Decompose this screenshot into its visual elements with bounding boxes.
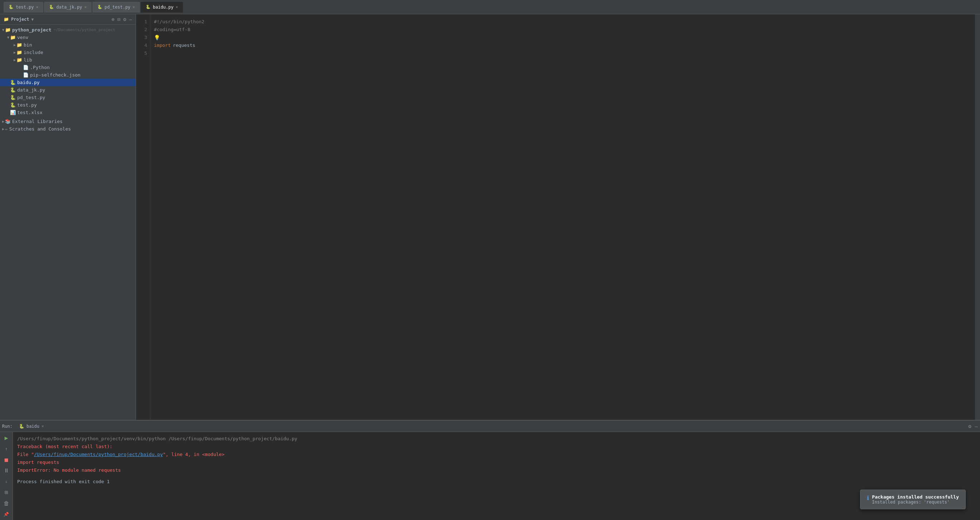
file-link[interactable]: /Users/finup/Documents/python_project/ba… [34,452,163,457]
tree-item-python-project[interactable]: ▼ 📁 python_project ~/Documents/python_pr… [0,26,136,33]
line-num-5: 5 [140,49,147,57]
code-line-4: import requests [154,41,971,49]
minimize-icon[interactable]: — [129,16,132,22]
arrow-bin: ▶ [14,43,16,47]
tab-data-jk-py[interactable]: 🐍 data_jk.py ✕ [44,2,92,13]
sidebar: 📁 Project ▼ ⊕ ⊟ ⚙ — ▼ 📁 python_project ~… [0,14,136,420]
tab-run-baidu[interactable]: 🐍 baidu ✕ [15,422,48,430]
bottom-right-toolbar: ⚙ — [968,423,978,429]
tree-item-dot-python[interactable]: 📄 .Python [0,63,136,71]
step-button[interactable]: ⇓ [2,478,11,485]
title-bar: 🐍 test.py ✕ 🐍 data_jk.py ✕ 🐍 pd_test.py … [0,0,980,14]
settings-run-icon[interactable]: ⚙ [968,423,971,429]
run-sidebar: ▶ ↑ ■ ⏸ ⇓ ⊞ 🗑 📌 [0,432,13,520]
tree-item-pip-selfcheck[interactable]: 📄 pip-selfcheck.json [0,71,136,79]
editor-area: 1 2 3 4 5 #!/usr/bin/python2 #coding=utf… [136,14,980,420]
code-line-1: #!/usr/bin/python2 [154,18,971,26]
pin-button[interactable]: 📌 [2,511,11,518]
bottom-tabs: Run: 🐍 baidu ✕ ⚙ — [0,420,980,432]
sidebar-header: 📁 Project ▼ ⊕ ⊟ ⚙ — [0,14,136,25]
tree-item-lib[interactable]: ▶ 📁 lib [0,56,136,63]
tree-item-baidu-py[interactable]: 🐍 baidu.py [0,79,136,86]
minimize-run-icon[interactable]: — [975,423,978,429]
traceback-header: Traceback (most recent call last): [17,443,976,450]
project-folder-icon: 📁 [3,17,9,22]
arrow-test-py [7,103,9,107]
clear-button[interactable]: 🗑 [2,499,11,507]
folder-icon-bin: 📁 [16,42,22,48]
close-tab-pd-test-py[interactable]: ✕ [132,5,135,9]
line-numbers: 1 2 3 4 5 [136,14,150,420]
run-button[interactable]: ▶ [2,434,11,442]
arrow-pip-selfcheck [20,73,22,77]
arrow-test-xlsx [7,111,9,114]
line-num-3: 3 [140,33,147,41]
run-panel: ▶ ↑ ■ ⏸ ⇓ ⊞ 🗑 📌 /Users/finup/Documents/p… [0,432,980,520]
arrow-external-libraries: ▶ [2,119,4,124]
arrow-scratches: ▶ [2,127,4,131]
error-line: ImportError: No module named requests [17,466,976,474]
sidebar-title: 📁 Project ▼ [3,17,33,22]
folder-icon-include: 📁 [16,50,22,55]
close-run-tab[interactable]: ✕ [41,424,44,428]
close-tab-test-py[interactable]: ✕ [36,5,39,9]
dropdown-arrow-icon[interactable]: ▼ [32,17,34,22]
arrow-baidu-py [7,81,9,84]
file-icon-data-jk-py: 🐍 [10,87,16,93]
close-tab-data-jk-py[interactable]: ✕ [84,5,87,9]
tree-item-test-xlsx[interactable]: 📊 test.xlsx [0,109,136,116]
tree-item-include[interactable]: ▶ 📁 include [0,49,136,56]
tree-item-bin[interactable]: ▶ 📁 bin [0,41,136,49]
tab-test-py[interactable]: 🐍 test.py ✕ [3,2,43,13]
arrow-dot-python [20,65,22,70]
tab-baidu-py[interactable]: 🐍 baidu.py ✕ [141,2,183,13]
folder-icon-lib: 📁 [16,57,22,63]
arrow-data-jk-py [7,88,9,92]
stop-button[interactable]: ■ [2,456,11,463]
code-line-2: #coding=utf-8 [154,26,971,33]
arrow-include: ▶ [14,51,16,54]
file-tree: ▼ 📁 python_project ~/Documents/python_pr… [0,25,136,134]
arrow-lib: ▶ [14,58,16,62]
tree-item-venv[interactable]: ▼ 📁 venv [0,33,136,41]
lightbulb-icon[interactable]: 💡 [154,33,160,41]
layout-button[interactable]: ⊞ [2,489,11,496]
main-layout: 📁 Project ▼ ⊕ ⊟ ⚙ — ▼ 📁 python_project ~… [0,14,980,420]
file-icon-pip-selfcheck: 📄 [23,72,29,78]
tree-item-test-py[interactable]: 🐍 test.py [0,101,136,109]
file-icon-test-xlsx: 📊 [10,110,16,115]
py-icon-orange: 🐍 [146,5,151,9]
file-icon-baidu-py: 🐍 [10,80,16,85]
tree-item-pd-test-py[interactable]: 🐍 pd_test.py [0,94,136,101]
code-editor[interactable]: #!/usr/bin/python2 #coding=utf-8 💡 impor… [150,14,975,420]
run-tab-py-icon: 🐍 [19,424,24,429]
settings-icon[interactable]: ⚙ [123,16,126,22]
tree-item-scratches[interactable]: ▶ ✏️ Scratches and Consoles [0,125,136,133]
toast-title: Packages installed successfully [872,494,959,499]
run-command: /Users/finup/Documents/python_project/ve… [17,435,976,443]
import-line: import requests [17,458,976,466]
collapse-all-icon[interactable]: ⊟ [118,16,120,22]
file-icon-dot-python: 📄 [23,65,29,70]
arrow-venv: ▼ [7,35,9,39]
folder-icon-python-project: 📁 [5,27,11,33]
folder-icon-venv: 📁 [10,35,16,40]
file-icon-test-py: 🐍 [10,102,16,108]
arrow-python-project: ▼ [2,28,4,32]
toast-body: Installed packages: 'requests' [872,499,959,505]
locate-file-icon[interactable]: ⊕ [111,16,114,22]
run-output: /Users/finup/Documents/python_project/ve… [13,432,980,520]
rerun-button[interactable]: ↑ [2,445,11,453]
pause-button[interactable]: ⏸ [2,467,11,475]
tab-pd-test-py[interactable]: 🐍 pd_test.py ✕ [92,2,140,13]
run-label: Run: [2,424,13,429]
close-tab-baidu-py[interactable]: ✕ [176,5,178,9]
tree-item-external-libraries[interactable]: ▶ 📚 External Libraries [0,118,136,125]
tree-item-data-jk-py[interactable]: 🐍 data_jk.py [0,86,136,94]
editor-content: 1 2 3 4 5 #!/usr/bin/python2 #coding=utf… [136,14,980,420]
file-icon-pd-test-py: 🐍 [10,95,16,100]
py-icon-3: 🐍 [97,5,102,9]
exit-line: Process finished with exit code 1 [17,478,976,486]
editor-gutter [975,14,980,420]
scratches-icon: ✏️ [5,126,8,132]
